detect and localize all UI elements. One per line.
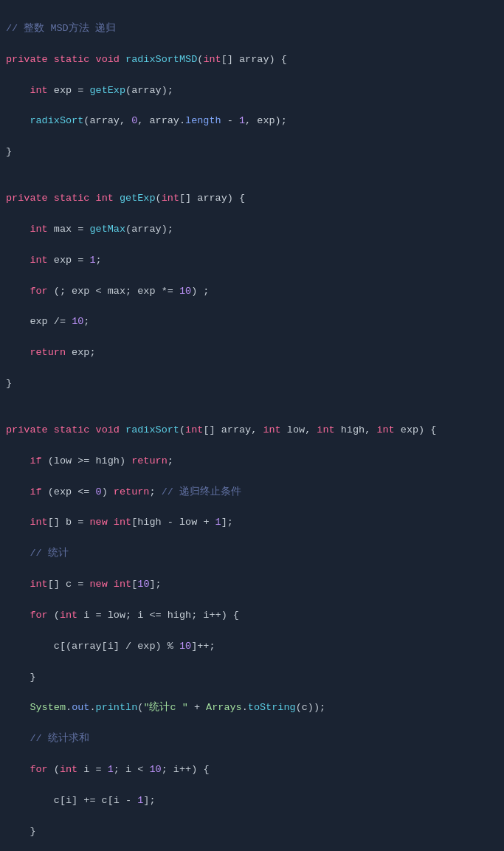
code-line-18: int[] b = new int[high - low + 1];: [0, 515, 504, 531]
code-line-7: private static int getExp(int[] array) {: [0, 191, 504, 207]
code-line-20: int[] c = new int[10];: [0, 577, 504, 593]
code-line-9: int exp = 1;: [0, 253, 504, 269]
code-line-27: c[i] += c[i - 1];: [0, 793, 504, 809]
code-line-17: if (exp <= 0) return; // 递归终止条件: [0, 485, 504, 500]
code-line-12: return exp;: [0, 345, 504, 361]
code-line-15: private static void radixSort(int[] arra…: [0, 423, 504, 438]
code-line-11: exp /= 10;: [0, 314, 504, 330]
code-line-26: for (int i = 1; i < 10; i++) {: [0, 762, 504, 778]
code-line-13: }: [0, 376, 504, 392]
code-editor: // 整数 MSD方法 递归 private static void radix…: [0, 0, 504, 851]
code-line-2: private static void radixSortMSD(int[] a…: [0, 52, 504, 68]
code-line-16: if (low >= high) return;: [0, 454, 504, 469]
code-line-3: int exp = getExp(array);: [0, 83, 504, 99]
code-line-28: }: [0, 824, 504, 840]
code-line-8: int max = getMax(array);: [0, 222, 504, 238]
code-line-4: radixSort(array, 0, array.length - 1, ex…: [0, 114, 504, 129]
code-line-22: c[(array[i] / exp) % 10]++;: [0, 639, 504, 655]
code-line-5: }: [0, 145, 504, 160]
code-line-10: for (; exp < max; exp *= 10) ;: [0, 284, 504, 300]
code-line-23: }: [0, 670, 504, 686]
code-line-1: // 整数 MSD方法 递归: [0, 21, 504, 37]
code-line-19: // 统计: [0, 546, 504, 562]
code-line-25: // 统计求和: [0, 731, 504, 747]
code-line-24: System.out.println("统计c " + Arrays.toStr…: [0, 700, 504, 716]
code-line-21: for (int i = low; i <= high; i++) {: [0, 608, 504, 624]
